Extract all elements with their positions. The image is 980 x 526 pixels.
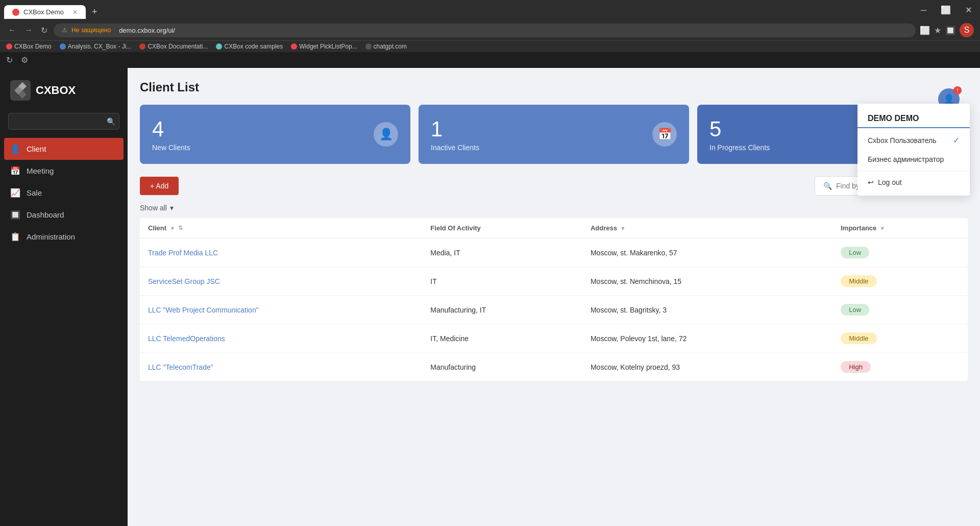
- bookmarks-bar: CXBox Demo Analysis. CX_Box - Ji... CXBo…: [0, 40, 980, 52]
- client-link-3[interactable]: LLC TelemedOperations: [148, 334, 225, 343]
- cell-importance-0: Low: [832, 238, 968, 267]
- filter-icon-importance[interactable]: ▼: [879, 225, 885, 231]
- filter-icon-address[interactable]: ▼: [620, 225, 626, 231]
- search-input[interactable]: [8, 113, 119, 130]
- cxbox-logo-icon: [10, 80, 31, 101]
- importance-badge-3: Middle: [841, 332, 876, 344]
- sale-icon: 📈: [10, 188, 20, 198]
- refresh-icon[interactable]: ↻: [6, 55, 13, 65]
- page-title: Client List: [140, 80, 968, 94]
- cell-client-0: Trade Prof Media LLC: [140, 238, 422, 267]
- back-button[interactable]: ←: [6, 23, 18, 37]
- bookmark-button[interactable]: ★: [934, 26, 941, 35]
- bookmark-label: CXBox code samples: [224, 43, 283, 50]
- inactive-clients-icon: 📅: [652, 122, 677, 147]
- extension-button[interactable]: 🔲: [945, 26, 955, 35]
- cell-importance-3: Middle: [832, 324, 968, 353]
- sidebar-item-client[interactable]: 👤 Client: [4, 138, 124, 160]
- bookmark-favicon: [216, 43, 222, 50]
- tab-close-button[interactable]: ✕: [72, 9, 78, 16]
- browser-actions: ⬜ ★ 🔲 S: [920, 23, 974, 37]
- client-link-0[interactable]: Trade Prof Media LLC: [148, 249, 218, 257]
- administration-icon: 📋: [10, 232, 20, 242]
- sort-icon-client[interactable]: ⇅: [178, 225, 183, 231]
- cell-address-3: Moscow, Polevoy 1st, lane, 72: [582, 324, 832, 353]
- stat-card-inactive-clients: 1 Inactive Clients 📅: [419, 105, 689, 164]
- translate-button[interactable]: ⬜: [920, 26, 930, 35]
- search-icon: 🔍: [823, 182, 832, 190]
- bookmark-analysis[interactable]: Analysis. CX_Box - Ji...: [60, 43, 132, 50]
- sidebar-logo: CXBOX: [0, 76, 128, 113]
- user-option-1[interactable]: Схbox Пользователь ✓: [857, 130, 970, 150]
- new-clients-number: 4: [152, 117, 190, 141]
- stat-cards: 4 New Clients 👤 1 Inactive Clients 📅 5 I…: [140, 105, 968, 164]
- new-clients-label: New Clients: [152, 144, 190, 152]
- sidebar-item-label: Sale: [27, 188, 42, 197]
- url-bar[interactable]: ⚠ Не защищено demo.cxbox.org/ui/: [54, 23, 916, 37]
- sidebar-item-administration[interactable]: 📋 Administration: [0, 226, 128, 248]
- sidebar-item-sale[interactable]: 📈 Sale: [0, 182, 128, 204]
- importance-badge-0: Low: [841, 247, 869, 258]
- browser-chrome: CXBox Demo ✕ + ─ ⬜ ✕ ← → ↻ ⚠ Не защищено…: [0, 0, 980, 68]
- cell-address-0: Moscow, st. Makarenko, 57: [582, 238, 832, 267]
- cell-client-2: LLC "Web Project Communication": [140, 296, 422, 324]
- settings-icon[interactable]: ⚙: [21, 55, 28, 65]
- client-link-2[interactable]: LLC "Web Project Communication": [148, 306, 259, 314]
- avatar-icon: 👤: [943, 93, 954, 105]
- inactive-clients-number: 1: [431, 117, 479, 141]
- add-button[interactable]: + Add: [140, 177, 179, 195]
- cell-address-2: Moscow, st. Bagritsky, 3: [582, 296, 832, 324]
- cell-client-4: LLC "TelecomTrade": [140, 353, 422, 381]
- table-header-row: Client ▼ ⇅ Field Of Activity Address ▼: [140, 218, 968, 238]
- bookmark-cxbox[interactable]: CXBox Demo: [6, 43, 52, 50]
- bookmark-favicon: [139, 43, 145, 50]
- dashboard-icon: 🔲: [10, 210, 20, 220]
- profile-button[interactable]: S: [960, 23, 974, 37]
- bookmark-code[interactable]: CXBox code samples: [216, 43, 283, 50]
- sidebar-item-meeting[interactable]: 📅 Meeting: [0, 160, 128, 182]
- sidebar-item-dashboard[interactable]: 🔲 Dashboard: [0, 204, 128, 226]
- dropdown-divider: [857, 171, 970, 171]
- client-link-4[interactable]: LLC "TelecomTrade": [148, 363, 213, 371]
- user-option-2[interactable]: Бизнес администратор: [857, 150, 970, 169]
- user-option-label-1: Схbox Пользователь: [868, 136, 936, 145]
- new-tab-button[interactable]: +: [88, 5, 102, 19]
- minimize-button[interactable]: ─: [917, 4, 930, 16]
- show-all-label: Show all: [140, 204, 167, 212]
- bookmark-label: Widget PickListPop...: [299, 43, 357, 50]
- cell-address-1: Moscow, st. Nemchinova, 15: [582, 267, 832, 296]
- cell-field-2: Manufacturing, IT: [422, 296, 582, 324]
- importance-badge-1: Middle: [841, 275, 876, 287]
- notification-badge: !: [953, 86, 962, 94]
- inprogress-clients-label: In Progress Clients: [709, 144, 770, 152]
- chevron-down-icon: ▾: [170, 204, 174, 212]
- filter-icon-client[interactable]: ▼: [169, 225, 175, 231]
- user-dropdown: DEMO DEMO Схbox Пользователь ✓ Бизнес ад…: [857, 104, 970, 196]
- reload-button[interactable]: ↻: [39, 23, 50, 37]
- sidebar-item-label: Client: [27, 145, 46, 153]
- cell-address-4: Moscow, Kotelny proezd, 93: [582, 353, 832, 381]
- table-row: ServiceSet Group JSC IT Moscow, st. Nemc…: [140, 267, 968, 296]
- forward-button[interactable]: →: [22, 23, 35, 37]
- bookmark-label: CXBox Documentati...: [148, 43, 208, 50]
- cell-importance-4: High: [832, 353, 968, 381]
- logout-button[interactable]: ↩ Log out: [857, 173, 970, 192]
- check-icon: ✓: [953, 135, 960, 145]
- cell-field-4: Manufacturing: [422, 353, 582, 381]
- meeting-icon: 📅: [10, 166, 20, 176]
- bookmark-chatgpt[interactable]: chatgpt.com: [365, 43, 407, 50]
- bookmark-docs[interactable]: CXBox Documentati...: [139, 43, 208, 50]
- col-header-client: Client ▼ ⇅: [140, 218, 422, 238]
- maximize-button[interactable]: ⬜: [937, 4, 955, 16]
- active-tab[interactable]: CXBox Demo ✕: [4, 5, 86, 19]
- bookmark-widget[interactable]: Widget PickListPop...: [291, 43, 357, 50]
- close-button[interactable]: ✕: [961, 4, 976, 16]
- importance-badge-4: High: [841, 361, 871, 373]
- show-all-control[interactable]: Show all ▾: [140, 204, 968, 212]
- client-link-1[interactable]: ServiceSet Group JSC: [148, 277, 220, 285]
- table-body: Trade Prof Media LLC Media, IT Moscow, s…: [140, 238, 968, 381]
- address-bar: ← → ↻ ⚠ Не защищено demo.cxbox.org/ui/ ⬜…: [0, 20, 980, 40]
- tab-label: CXBox Demo: [23, 8, 64, 16]
- client-table: Client ▼ ⇅ Field Of Activity Address ▼: [140, 218, 968, 381]
- tab-bar: CXBox Demo ✕ +: [0, 1, 913, 19]
